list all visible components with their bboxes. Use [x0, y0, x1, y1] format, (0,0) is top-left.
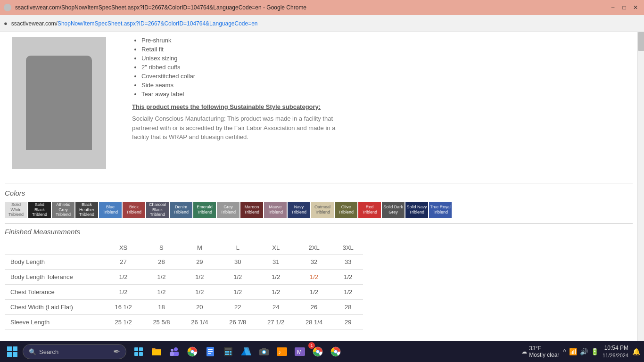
mail-icon: M: [295, 347, 305, 356]
camera-button[interactable]: [256, 343, 272, 360]
taskbar-time-display: 10:54 PM: [603, 344, 628, 352]
color-swatch[interactable]: Blue Triblend: [99, 202, 122, 218]
scrollbar-thumb[interactable]: [638, 32, 644, 51]
task-view-icon: [134, 347, 143, 356]
taskbar-search-bar[interactable]: 🔍 Search ✒: [23, 344, 126, 359]
task-view-button[interactable]: [130, 343, 147, 360]
feature-item: Pre-shrunk: [141, 37, 628, 44]
color-swatch[interactable]: True Royal Triblend: [429, 202, 452, 218]
svg-text:♪: ♪: [278, 349, 281, 355]
teams-button[interactable]: [166, 343, 183, 360]
taskbar-clock[interactable]: 10:54 PM 11/26/2024: [603, 344, 628, 359]
color-swatch[interactable]: Emerald Triblend: [193, 202, 216, 218]
svg-rect-32: [262, 348, 266, 349]
cell-value: 32: [295, 255, 333, 270]
window-controls[interactable]: – □ ✕: [608, 3, 640, 12]
volume-icon[interactable]: 🔊: [580, 348, 588, 355]
color-swatch[interactable]: Athletic Grey Triblend: [52, 202, 74, 218]
start-button[interactable]: [4, 343, 21, 360]
color-swatch[interactable]: Mauve Triblend: [264, 202, 287, 218]
color-swatch[interactable]: Solid White Triblend: [5, 202, 27, 218]
mail-button[interactable]: M: [291, 343, 308, 360]
measurements-col-header: XL: [257, 241, 295, 255]
colors-section: Colors Solid White TriblendSolid Black T…: [0, 183, 637, 223]
row-label: Chest Tolerance: [5, 285, 104, 300]
network-icon[interactable]: 📶: [569, 348, 577, 355]
measurements-col-header: [5, 241, 104, 255]
content-area: Pre-shrunk Retail fit Unisex sizing 2" r…: [0, 32, 637, 341]
main-content: Pre-shrunk Retail fit Unisex sizing 2" r…: [0, 32, 644, 341]
chrome-button[interactable]: [184, 343, 201, 360]
svg-rect-7: [139, 352, 143, 356]
svg-rect-1: [13, 346, 17, 351]
weather-widget[interactable]: ☁ 33°F Mostly clear: [521, 345, 559, 358]
svg-rect-3: [13, 352, 17, 357]
maximize-button[interactable]: □: [619, 3, 629, 12]
cell-value: 1/2: [142, 270, 181, 285]
sustainable-link[interactable]: This product meets the following Sustain…: [132, 103, 628, 110]
cell-value: 1/2: [333, 285, 363, 300]
notification-badge: 1: [308, 342, 315, 349]
teams-icon: [169, 347, 180, 356]
cell-value: 29: [333, 315, 363, 330]
notification-center-icon[interactable]: 🔔: [632, 348, 640, 355]
address-icon: ●: [4, 20, 8, 27]
scrollbar-track[interactable]: [637, 32, 644, 341]
weather-desc: Mostly clear: [529, 352, 559, 358]
browser-icon: [4, 4, 11, 11]
color-swatch[interactable]: Solid Black Triblend: [28, 202, 51, 218]
colors-title: Colors: [5, 189, 633, 197]
weather-icon: ☁: [521, 348, 527, 355]
cell-value: 28: [333, 300, 363, 315]
color-swatch[interactable]: Oatmeal Triblend: [311, 202, 334, 218]
taskbar-search-icon: 🔍: [29, 348, 36, 355]
color-swatch[interactable]: Brick Triblend: [123, 202, 145, 218]
color-swatch[interactable]: Navy Triblend: [288, 202, 310, 218]
taskbar-right: ☁ 33°F Mostly clear ^ 📶 🔊 🔋 10:54 PM 11/…: [521, 344, 640, 359]
svg-point-31: [263, 351, 265, 354]
address-text[interactable]: ssactivewear.com/ShopNow/ItemSpecSheet.a…: [11, 20, 258, 27]
color-swatch[interactable]: Solid Dark Grey: [382, 202, 405, 218]
measurements-col-header: 3XL: [333, 241, 363, 255]
row-label: Body Length Tolerance: [5, 270, 104, 285]
cell-value: 26 1/4: [181, 315, 219, 330]
chrome-app-2-icon: [330, 346, 341, 357]
cell-value: 1/2: [257, 285, 295, 300]
svg-rect-26: [230, 354, 231, 355]
file-explorer-button[interactable]: [148, 343, 165, 360]
color-swatch[interactable]: Olive Triblend: [335, 202, 357, 218]
weather-temp: 33°F: [529, 345, 559, 352]
cell-value: 24: [257, 300, 295, 315]
svg-point-10: [171, 349, 173, 352]
features-list: Pre-shrunk Retail fit Unisex sizing 2" r…: [132, 37, 628, 98]
measurements-col-header: 2XL: [295, 241, 333, 255]
cell-value: 1/2: [295, 285, 333, 300]
cell-value: 25 1/2: [104, 315, 142, 330]
color-swatch[interactable]: Red Triblend: [358, 202, 381, 218]
camera-icon: [259, 347, 269, 356]
music-button[interactable]: ♪: [273, 343, 290, 360]
cell-value: 28 1/4: [295, 315, 333, 330]
color-swatch[interactable]: Grey Triblend: [217, 202, 239, 218]
chrome-app-2-button[interactable]: [327, 343, 344, 360]
svg-rect-6: [134, 352, 138, 356]
color-swatch[interactable]: Black Heather Triblend: [75, 202, 98, 218]
app-icon-7[interactable]: [238, 343, 255, 360]
color-swatch[interactable]: Charcoal Black Triblend: [146, 202, 169, 218]
cell-value: 27: [104, 255, 142, 270]
svg-rect-16: [208, 349, 213, 350]
color-swatch[interactable]: Maroon Triblend: [240, 202, 263, 218]
tray-expand-icon[interactable]: ^: [563, 348, 566, 355]
color-swatch[interactable]: Solid Navy Triblend: [405, 202, 428, 218]
minimize-button[interactable]: –: [608, 3, 618, 12]
row-label: Sleeve Length: [5, 315, 104, 330]
cell-value: 1/2: [333, 270, 363, 285]
cell-value: 20: [181, 300, 219, 315]
row-label: Body Length: [5, 255, 104, 270]
color-swatch[interactable]: Denim Triblend: [170, 202, 192, 218]
battery-icon[interactable]: 🔋: [591, 348, 599, 355]
docs-button[interactable]: [202, 343, 219, 360]
calculator-button[interactable]: [220, 343, 237, 360]
close-button[interactable]: ✕: [631, 3, 640, 12]
measurements-title: Finished Measurements: [5, 228, 633, 236]
